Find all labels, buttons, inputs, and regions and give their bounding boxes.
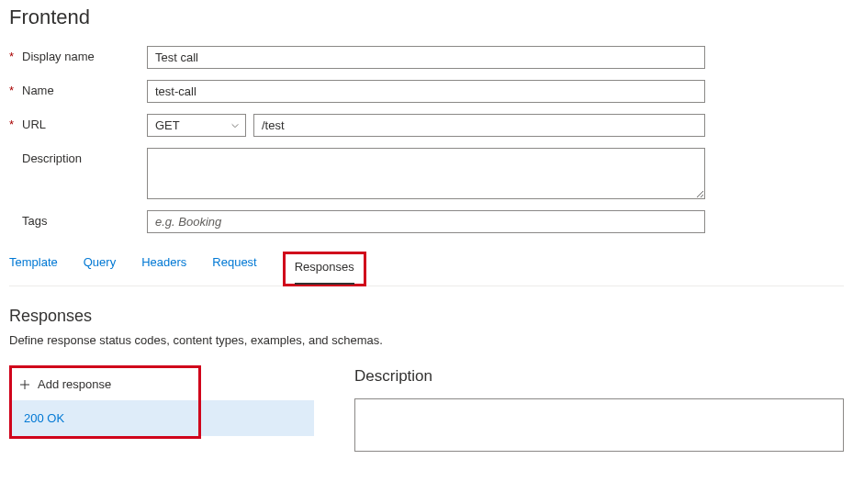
input-name[interactable]	[147, 80, 705, 103]
row-display-name: * Display name	[9, 46, 844, 69]
chevron-down-icon	[230, 121, 240, 130]
label-display-name: Display name	[22, 50, 95, 63]
required-marker: *	[9, 118, 22, 131]
tab-headers[interactable]: Headers	[141, 252, 186, 286]
label-url: URL	[22, 118, 46, 131]
annotation-highlight-responses-tab: Responses	[283, 252, 366, 286]
tab-request[interactable]: Request	[212, 252, 256, 286]
select-http-method-value: GET	[155, 118, 180, 132]
responses-area: Add response 200 OK Description	[9, 365, 844, 452]
annotation-highlight-response-list: Add response 200 OK	[9, 365, 201, 439]
row-name: * Name	[9, 80, 844, 103]
responses-title: Responses	[9, 307, 844, 326]
response-detail-panel: Description	[320, 365, 844, 452]
textarea-description[interactable]	[147, 148, 705, 199]
label-name: Name	[22, 84, 54, 97]
row-url: * URL GET	[9, 114, 844, 137]
input-url-path[interactable]	[253, 114, 705, 137]
add-response-label: Add response	[38, 377, 111, 391]
required-marker: *	[9, 50, 22, 63]
response-item-200[interactable]: 200 OK	[9, 400, 314, 436]
row-tags: Tags	[9, 210, 844, 233]
required-marker: *	[9, 84, 22, 97]
row-description: Description	[9, 148, 844, 199]
input-display-name[interactable]	[147, 46, 705, 69]
response-description-label: Description	[354, 367, 844, 386]
input-tags[interactable]	[147, 210, 705, 233]
select-http-method[interactable]: GET	[147, 114, 246, 137]
add-response-button[interactable]: Add response	[12, 368, 198, 400]
plus-icon	[19, 379, 30, 390]
response-description-input[interactable]	[354, 398, 844, 452]
tab-template[interactable]: Template	[9, 252, 58, 286]
label-description: Description	[22, 151, 82, 165]
tabs-bar: Template Query Headers Request Responses	[9, 252, 844, 286]
tab-query[interactable]: Query	[84, 252, 116, 286]
page-title: Frontend	[9, 6, 844, 29]
responses-subtitle: Define response status codes, content ty…	[9, 333, 844, 347]
tab-responses[interactable]: Responses	[295, 256, 354, 285]
label-tags: Tags	[22, 214, 47, 228]
